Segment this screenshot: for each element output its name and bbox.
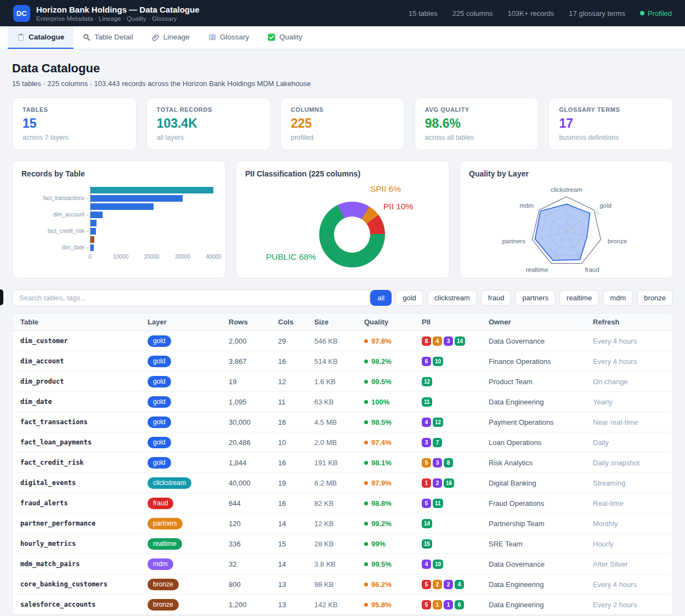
bar-y-label: dim_account: [21, 210, 90, 219]
search-row: allgoldclickstreamfraudpartnersrealtimem…: [12, 289, 673, 306]
svg-text:gold: gold: [599, 202, 612, 209]
table-row-digital-events[interactable]: digital_eventsclickstream40,000196.2 MB9…: [13, 473, 672, 493]
filter-chip-partners[interactable]: partners: [515, 290, 556, 306]
cell-pii: 5116: [422, 600, 489, 609]
quality-value: 97.9%: [371, 479, 392, 487]
table-row-salesforce-accounts[interactable]: salesforce_accountsbronze1,20013142 KB95…: [13, 595, 672, 615]
table-row-partner-performance[interactable]: partner_performancepartners1201412 KB99.…: [13, 514, 672, 534]
table-row-fact-loan-payments[interactable]: fact_loan_paymentsgold20,486102.0 MB97.4…: [13, 432, 672, 453]
tab-lineage[interactable]: Lineage: [143, 26, 199, 49]
cell-table-name: dim_customer: [20, 337, 148, 345]
app-title: Horizon Bank Holdings — Data Catalogue: [36, 5, 200, 14]
cell-pii: 14: [422, 519, 489, 528]
x-tick-label: 0: [88, 254, 92, 260]
table-row-dim-date[interactable]: dim_dategold1,0951163 KB100%11Data Engin…: [13, 392, 672, 412]
quality-by-layer-chart: Quality by Layer clickstreamgoldbronzefr…: [460, 161, 673, 278]
cell-refresh: Every 4 hours: [593, 580, 665, 589]
table-row-dim-product[interactable]: dim_productgold19121.6 KB99.5%12Product …: [13, 372, 672, 392]
cell-quality: 99.5%: [364, 560, 422, 568]
pii-badge-amber: 5: [422, 458, 431, 467]
cell-quality: 97.9%: [364, 479, 422, 487]
svg-text:mdm: mdm: [519, 202, 534, 209]
page-subtitle: 15 tables · 225 columns · 103,443 record…: [12, 79, 673, 88]
quality-dot-icon: [364, 339, 368, 343]
filter-chip-clickstream[interactable]: clickstream: [427, 290, 477, 306]
column-header-quality: Quality: [364, 318, 422, 326]
cell-size: 3.8 KB: [314, 560, 364, 568]
cell-size: 63 KB: [314, 398, 364, 406]
cell-quality: 99.5%: [364, 378, 422, 386]
quality-value: 97.8%: [371, 337, 392, 345]
filter-chip-all[interactable]: all: [370, 290, 392, 306]
table-row-mdm-match-pairs[interactable]: mdm_match_pairsmdm32143.8 KB99.5%410Data…: [13, 554, 672, 574]
cell-layer: gold: [148, 457, 229, 469]
tab-quality[interactable]: Quality: [258, 26, 312, 49]
cell-refresh: Daily: [593, 438, 665, 447]
filter-chip-gold[interactable]: gold: [395, 290, 423, 306]
clipped-text: INTERNAL 16%: [330, 179, 384, 181]
layer-pill-gold: gold: [148, 376, 171, 387]
bar-y-label: [21, 186, 90, 194]
table-row-hourly-metrics[interactable]: hourly_metricsrealtime3361528 KB99%15SRE…: [13, 534, 672, 554]
cell-cols: 16: [278, 418, 314, 426]
donut-label-pii: PII 10%: [383, 202, 413, 212]
quality-dot-icon: [364, 420, 368, 424]
pii-badge-red: 1: [422, 478, 431, 488]
table-row-dim-customer[interactable]: dim_customergold2,00029546 KB97.8%84314D…: [13, 331, 672, 351]
filter-chip-bronze[interactable]: bronze: [637, 290, 673, 306]
cell-table-name: salesforce_accounts: [20, 601, 148, 608]
table-row-fraud-alerts[interactable]: fraud_alertsfraud6441682 KB98.8%511Fraud…: [13, 493, 672, 514]
table-row-dim-account[interactable]: dim_accountgold3,86716514 KB98.2%610Fina…: [13, 351, 672, 372]
tab-glossary[interactable]: Glossary: [199, 26, 258, 49]
table-row-core-banking-customers[interactable]: core_banking_customersbronze8001398 KB96…: [13, 574, 672, 595]
tab-table-detail[interactable]: Table Detail: [73, 26, 143, 49]
cell-quality: 99.2%: [364, 520, 422, 528]
stat-card-avg-quality: AVG QUALITY98.6%across all tables: [415, 98, 539, 150]
cell-layer: gold: [148, 335, 229, 347]
table-row-fact-transactions[interactable]: fact_transactionsgold30,000164.5 MB98.5%…: [13, 412, 672, 432]
cell-layer: gold: [148, 417, 229, 428]
cell-quality: 97.4%: [364, 438, 422, 447]
filter-chip-realtime[interactable]: realtime: [559, 290, 599, 306]
table-row-fact-credit-risk[interactable]: fact_credit_riskgold1,84416191 KB98.1%53…: [13, 453, 672, 473]
tab-label: Quality: [279, 33, 302, 41]
search-input[interactable]: [12, 289, 370, 306]
filter-chip-mdm[interactable]: mdm: [603, 290, 633, 306]
layer-pill-clickstream: clickstream: [148, 477, 191, 489]
y-tick-mark: [86, 248, 89, 248]
cell-pii: 37: [422, 438, 489, 447]
filter-chip-fraud[interactable]: fraud: [481, 290, 512, 306]
tab-catalogue[interactable]: Catalogue: [8, 26, 73, 49]
cell-refresh: Hourly: [593, 540, 665, 548]
pii-badge-red: 8: [422, 336, 431, 346]
cell-size: 1.6 KB: [314, 378, 364, 386]
pii-badge-purple: 3: [422, 438, 431, 447]
cell-owner: Payment Operations: [489, 418, 593, 426]
pii-badge-purple: 5: [422, 499, 431, 508]
cell-refresh: Every 2 hours: [593, 601, 665, 609]
cell-rows: 1,095: [229, 398, 278, 406]
cell-rows: 336: [229, 540, 278, 548]
svg-text:clickstream: clickstream: [551, 186, 582, 193]
bar-row: [90, 243, 217, 252]
bar-series-area: [90, 186, 217, 252]
bar-plot-area: fact_transactionsdim_accountfact_credit_…: [21, 186, 217, 252]
column-header-size: Size: [314, 318, 364, 326]
profiled-status-badge: Profiled: [640, 9, 672, 18]
pii-badge-green: 12: [422, 377, 432, 386]
cell-cols: 29: [278, 337, 314, 345]
cell-table-name: partner_performance: [20, 520, 148, 527]
cell-pii: 412: [422, 418, 489, 427]
cell-rows: 120: [229, 520, 278, 528]
cell-size: 191 KB: [314, 459, 364, 467]
cell-layer: clickstream: [148, 477, 229, 489]
layer-pill-gold: gold: [148, 335, 171, 347]
pii-badge-purple: 4: [422, 560, 431, 569]
cell-owner: Risk Analytics: [489, 459, 593, 467]
bar-row: [90, 227, 217, 235]
header-stats: 15 tables225 columns103K+ records17 glos…: [409, 9, 672, 18]
bar-fact-credit-risk: [90, 228, 96, 235]
cell-table-name: dim_product: [20, 378, 148, 385]
cell-owner: Partnership Team: [489, 520, 593, 528]
records-by-table-chart: Records by Table fact_transactionsdim_ac…: [12, 161, 226, 278]
